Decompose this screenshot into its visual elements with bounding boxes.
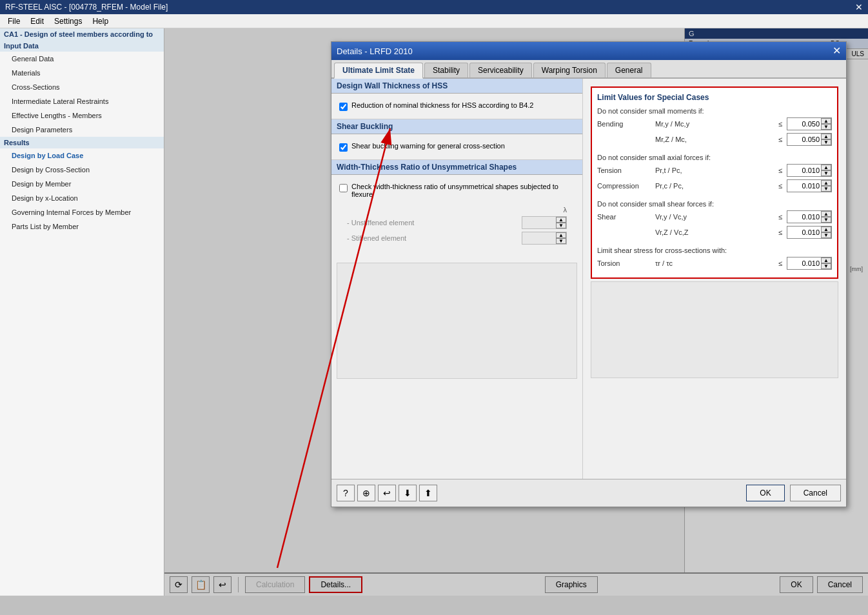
menu-edit[interactable]: Edit (25, 15, 49, 27)
title-bar: RF-STEEL AISC - [004778_RFEM - Model Fil… (0, 0, 868, 14)
sidebar-item-design-member[interactable]: Design by Member (0, 177, 164, 191)
dialog-title: Details - LRFD 2010 (337, 46, 413, 56)
torsion-down[interactable]: ▼ (821, 263, 831, 269)
shear-z-input[interactable] (787, 227, 821, 238)
compression-label: Compression (597, 182, 655, 190)
tension-up[interactable]: ▲ (821, 165, 831, 170)
torsion-input[interactable] (787, 257, 821, 269)
tension-down[interactable]: ▼ (821, 170, 831, 176)
shear-y-input[interactable] (787, 211, 821, 223)
mrz-down[interactable]: ▼ (821, 139, 831, 145)
tab-serviceability[interactable]: Serviceability (469, 63, 532, 77)
app-title: RF-STEEL AISC - [004778_RFEM - Model Fil… (5, 3, 168, 12)
sidebar-item-design-params[interactable]: Design Parameters (0, 123, 164, 137)
footer-icon-reset[interactable]: ⊕ (357, 485, 375, 501)
shear-z-up[interactable]: ▲ (821, 227, 831, 232)
menu-file[interactable]: File (3, 15, 25, 27)
shear-z-lte: ≤ (774, 228, 787, 236)
sidebar-item-design-load-case[interactable]: Design by Load Case (0, 148, 164, 163)
footer-icon-import[interactable]: ⬇ (399, 485, 417, 501)
tension-input[interactable] (787, 165, 821, 176)
mry-down[interactable]: ▼ (821, 124, 831, 130)
tab-general[interactable]: General (607, 63, 651, 77)
sidebar-item-design-x-location[interactable]: Design by x-Location (0, 191, 164, 205)
torsion-spinbox[interactable]: ▲ ▼ (787, 257, 832, 270)
dialog-ok-button[interactable]: OK (746, 485, 784, 501)
tension-label: Tension (597, 166, 655, 174)
mry-spinbox[interactable]: ▲ ▼ (787, 117, 832, 130)
dialog-close-button[interactable]: ✕ (833, 46, 841, 56)
sidebar-item-general-data[interactable]: General Data (0, 52, 164, 66)
sidebar-item-design-cross-section[interactable]: Design by Cross-Section (0, 163, 164, 177)
compression-up[interactable]: ▲ (821, 180, 831, 186)
tab-stability[interactable]: Stability (424, 63, 468, 77)
shear-z-spinbox[interactable]: ▲ ▼ (787, 226, 832, 239)
compression-spinbox[interactable]: ▲ ▼ (787, 179, 832, 192)
unstiffened-spinbox[interactable]: ▲ ▼ (522, 216, 567, 229)
sidebar-item-effective-lengths[interactable]: Effective Lengths - Members (0, 108, 164, 123)
stiffened-up[interactable]: ▲ (556, 232, 566, 238)
dialog-tabs: Ultimate Limit State Stability Serviceab… (331, 60, 846, 79)
sidebar-item-parts-list[interactable]: Parts List by Member (0, 219, 164, 234)
section-hss-content: Reduction of nominal thickness for HSS a… (331, 94, 582, 119)
menu-settings[interactable]: Settings (49, 15, 87, 27)
shear-checkbox-label: Shear buckling warning for general cross… (351, 142, 505, 150)
unstiffened-input[interactable] (522, 217, 556, 228)
hss-checkbox-row: Reduction of nominal thickness for HSS a… (339, 99, 575, 114)
wt-checkbox-row: Check width-thickness ratio of unsymmetr… (339, 180, 575, 201)
unstiffened-label: - Unstiffened element (347, 219, 522, 227)
mrz-up[interactable]: ▲ (821, 134, 831, 139)
stiffened-down[interactable]: ▼ (556, 238, 566, 244)
section-shear-content: Shear buckling warning for general cross… (331, 134, 582, 159)
compression-formula: Pr,c / Pc, (655, 182, 774, 190)
mrz-spinbox[interactable]: ▲ ▼ (787, 133, 832, 146)
limit-section-title: Limit Values for Special Cases (597, 93, 832, 102)
content-area: G Formula DS ULS IPE 400 (164, 28, 868, 596)
stiffened-input[interactable] (522, 232, 556, 244)
details-dialog: Details - LRFD 2010 ✕ Ultimate Limit Sta… (331, 41, 847, 507)
unstiffened-down[interactable]: ▼ (556, 223, 566, 228)
dialog-content: Design Wall Thickness of HSS Reduction o… (331, 79, 846, 479)
axial-section-title: Do not consider small axial forces if: (597, 154, 832, 161)
dialog-left-panel: Design Wall Thickness of HSS Reduction o… (331, 79, 583, 479)
shear-z-down[interactable]: ▼ (821, 232, 831, 238)
sidebar-item-governing-forces[interactable]: Governing Internal Forces by Member (0, 205, 164, 219)
lambda-symbol: λ (564, 206, 567, 214)
mry-input[interactable] (787, 118, 821, 130)
tab-warping-torsion[interactable]: Warping Torsion (533, 63, 606, 77)
unstiffened-up[interactable]: ▲ (556, 217, 566, 223)
sidebar-item-cross-sections[interactable]: Cross-Sections (0, 80, 164, 94)
mry-up[interactable]: ▲ (821, 118, 831, 124)
compression-lte: ≤ (774, 182, 787, 190)
shear-checkbox[interactable] (339, 143, 348, 152)
dialog-right-empty (591, 281, 838, 378)
sidebar-item-lateral-restraints[interactable]: Intermediate Lateral Restraints (0, 94, 164, 108)
app-close-button[interactable]: ✕ (855, 2, 863, 12)
sidebar: CA1 - Design of steel members according … (0, 28, 164, 596)
shear-y-down[interactable]: ▼ (821, 217, 831, 223)
torsion-up[interactable]: ▲ (821, 257, 831, 263)
shear-y-spinbox[interactable]: ▲ ▼ (787, 210, 832, 223)
torsion-row: Torsion τr / τc ≤ ▲ ▼ (597, 257, 832, 270)
tension-spinbox[interactable]: ▲ ▼ (787, 164, 832, 177)
menu-help[interactable]: Help (87, 15, 113, 27)
compression-down[interactable]: ▼ (821, 186, 831, 192)
mrz-input[interactable] (787, 134, 821, 145)
sidebar-item-materials[interactable]: Materials (0, 66, 164, 80)
mry-formula: Mr,y / Mc,y (655, 120, 774, 128)
dialog-cancel-button[interactable]: Cancel (790, 485, 841, 501)
sidebar-section-input: Input Data (0, 40, 164, 52)
hss-checkbox[interactable] (339, 103, 348, 111)
wt-checkbox[interactable] (339, 184, 348, 192)
section-hss-header: Design Wall Thickness of HSS (331, 79, 582, 94)
bending-label: Bending (597, 120, 655, 128)
compression-input[interactable] (787, 180, 821, 192)
hss-checkbox-label: Reduction of nominal thickness for HSS a… (351, 101, 533, 109)
tab-ultimate-limit-state[interactable]: Ultimate Limit State (334, 63, 423, 79)
footer-icon-export[interactable]: ⬆ (419, 485, 437, 501)
torsion-label: Torsion (597, 259, 655, 267)
shear-y-up[interactable]: ▲ (821, 211, 831, 217)
footer-icon-help[interactable]: ? (337, 485, 355, 501)
stiffened-spinbox[interactable]: ▲ ▼ (522, 232, 567, 245)
footer-icon-undo[interactable]: ↩ (378, 485, 396, 501)
